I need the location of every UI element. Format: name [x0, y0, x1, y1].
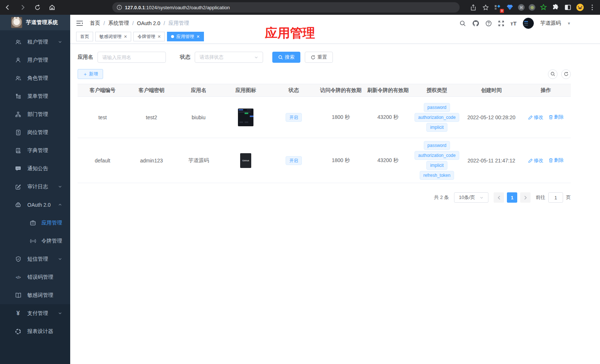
tab-sensitive-word[interactable]: 敏感词管理✕	[95, 32, 131, 41]
sidebar-item-menu[interactable]: 菜单管理	[0, 87, 70, 105]
total-count: 共 2 条	[434, 194, 449, 201]
users-icon	[15, 39, 21, 45]
cell-access-ttl: 1800 秒	[318, 138, 364, 183]
edit-button[interactable]: 修改	[528, 157, 543, 164]
sidebar-item-label: 用户管理	[27, 57, 48, 63]
reset-button[interactable]: 重置	[305, 52, 333, 63]
signal-icon	[30, 239, 36, 243]
user-icon	[15, 57, 21, 63]
collapse-sidebar-icon[interactable]	[76, 20, 83, 26]
log-edit-icon	[15, 184, 21, 190]
org-tree-icon	[15, 111, 21, 117]
tab-token[interactable]: 令牌管理✕	[133, 32, 165, 41]
user-name[interactable]: 芋道源码	[540, 20, 561, 27]
fullscreen-icon[interactable]	[498, 20, 504, 27]
badge-icon	[15, 130, 21, 135]
url-bar[interactable]: 127.0.0.1:1024/system/oauth2/oauth2/appl…	[112, 2, 460, 13]
breadcrumb-home[interactable]: 首页	[90, 20, 100, 27]
next-page-button[interactable]	[520, 192, 531, 203]
red-annotation-title: 应用管理	[265, 25, 315, 42]
prev-page-button[interactable]	[494, 192, 504, 203]
share-icon[interactable]	[469, 3, 477, 11]
grant-tag: authorization_code	[415, 113, 459, 122]
sidebar-item-token[interactable]: 令牌管理	[0, 232, 70, 250]
message-icon	[15, 166, 21, 171]
font-size-icon[interactable]: ᴛT	[511, 20, 517, 27]
breadcrumb-system[interactable]: 系统管理	[108, 20, 129, 27]
sidebar-item-oauth2[interactable]: OAuth 2.0	[0, 196, 70, 214]
app-name-input[interactable]	[98, 52, 166, 63]
breadcrumb-current: 应用管理	[168, 20, 189, 27]
sidebar-item-label: 报表设计器	[27, 328, 53, 335]
sidebar-item-audit-log[interactable]: 审计日志	[0, 178, 70, 196]
help-icon[interactable]	[485, 20, 492, 27]
home-icon[interactable]	[47, 3, 57, 12]
sidebar-item-role[interactable]: 角色管理	[0, 69, 70, 87]
refresh-icon[interactable]	[561, 69, 571, 79]
sidebar-item-payment[interactable]: ¥ 支付管理	[0, 304, 70, 322]
page-number-1[interactable]: 1	[507, 192, 517, 203]
cell-access-ttl: 1800 秒	[318, 97, 364, 138]
chevron-down-icon	[58, 185, 62, 189]
sidebar-item-sms[interactable]: 短信管理	[0, 250, 70, 268]
grant-tag: implicit	[426, 161, 447, 170]
search-icon[interactable]	[460, 20, 466, 27]
user-avatar[interactable]	[523, 18, 534, 29]
cell-app-name: biubiu	[175, 97, 222, 138]
sidebar-item-user[interactable]: 用户管理	[0, 51, 70, 69]
code-icon: </>	[15, 275, 21, 279]
profile-avatar-icon[interactable]	[576, 3, 584, 11]
extension-green-star-icon[interactable]	[539, 3, 548, 11]
edit-button[interactable]: 修改	[528, 114, 543, 121]
close-icon[interactable]: ✕	[124, 34, 127, 39]
reload-icon[interactable]	[33, 3, 42, 12]
page-size-select[interactable]: 10条/页	[454, 192, 488, 203]
extension-command-icon[interactable]: ⌘	[518, 4, 525, 11]
toggle-search-icon[interactable]	[548, 69, 558, 79]
table-row: default admin123 芋道源码 GitHub 开启 1800 秒 4…	[78, 138, 571, 183]
close-icon[interactable]: ✕	[196, 34, 200, 39]
close-icon[interactable]: ✕	[157, 34, 161, 39]
sidebar-item-label: 应用管理	[41, 220, 62, 226]
chevron-up-icon	[58, 203, 62, 207]
tab-application[interactable]: 应用管理✕	[167, 32, 204, 41]
forward-icon[interactable]	[18, 3, 27, 12]
chevron-down-icon[interactable]: ▼	[567, 21, 571, 25]
sidebar-item-dict[interactable]: 字典管理	[0, 141, 70, 159]
extension-puzzle-icon[interactable]	[552, 3, 560, 11]
goto-label: 前往	[536, 194, 545, 201]
sidebar-item-dept[interactable]: 部门管理	[0, 105, 70, 123]
sidebar-item-label: 租户管理	[27, 39, 48, 45]
sidebar-item-label: 短信管理	[27, 256, 48, 262]
cell-client-id: default	[78, 138, 127, 183]
goto-page-input[interactable]	[548, 192, 563, 203]
open-book-icon	[15, 292, 21, 298]
tab-home[interactable]: 首页	[76, 32, 93, 41]
grant-tag: implicit	[426, 123, 447, 132]
breadcrumb-oauth2[interactable]: OAuth 2.0	[137, 20, 160, 26]
back-icon[interactable]	[3, 3, 13, 12]
extension-record-icon[interactable]	[529, 4, 535, 11]
sidebar-item-error-code[interactable]: </> 错误码管理	[0, 268, 70, 286]
sidebar-item-tenant[interactable]: 租户管理	[0, 33, 70, 51]
browser-menu-icon[interactable]	[588, 3, 596, 11]
chevron-down-icon	[58, 257, 62, 261]
delete-button[interactable]: 删除	[549, 157, 564, 164]
search-button[interactable]: 搜索	[272, 52, 300, 63]
sidebar-item-application[interactable]: 应用管理	[0, 214, 70, 232]
github-icon[interactable]	[472, 20, 479, 27]
extension-gem-icon[interactable]	[506, 3, 514, 11]
sidebar-item-report-designer[interactable]: 报表设计器	[0, 322, 70, 340]
split-screen-icon[interactable]	[564, 3, 572, 11]
info-icon[interactable]	[117, 5, 122, 10]
sidebar-item-post[interactable]: 岗位管理	[0, 123, 70, 141]
status-select[interactable]: 请选择状态	[195, 52, 263, 63]
cell-refresh-ttl: 43200 秒	[364, 97, 412, 138]
app-title: 芋道管理系统	[26, 19, 58, 26]
add-button[interactable]: ＋新增	[78, 69, 103, 79]
extension-diamond-icon[interactable]: 9	[494, 3, 502, 11]
delete-button[interactable]: 删除	[549, 114, 564, 120]
sidebar-item-notice[interactable]: 通知公告	[0, 159, 70, 178]
bookmark-star-icon[interactable]	[481, 3, 490, 11]
sidebar-item-sensitive-word[interactable]: 敏感词管理	[0, 286, 70, 304]
